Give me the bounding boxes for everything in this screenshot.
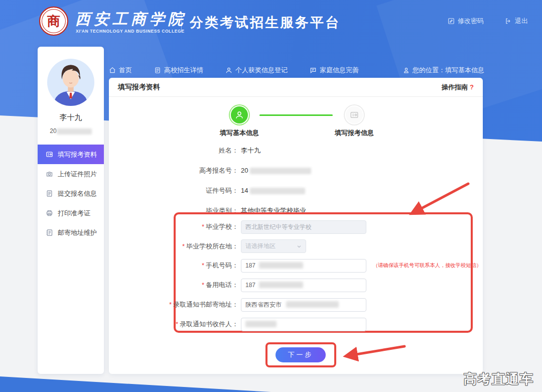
field-label: 毕业类别： — [206, 206, 238, 216]
nav-item-home[interactable]: 首页 — [109, 66, 132, 75]
nav-item-label: 个人获奖信息登记 — [235, 66, 288, 75]
redacted-value — [250, 188, 305, 194]
sidebar-item-fill-application[interactable]: 填写报考资料 — [38, 145, 104, 164]
person-icon — [225, 67, 232, 74]
user-number-prefix: 20 — [50, 127, 56, 135]
field-name: 姓名： 李十九 — [109, 146, 483, 156]
redacted-value — [286, 301, 339, 308]
nav-item-label: 首页 — [119, 66, 132, 75]
field-value: 14 — [241, 186, 305, 196]
input-wrap — [241, 278, 366, 292]
field-label: 证件号码： — [206, 186, 238, 196]
field-label: *毕业学校： — [202, 220, 238, 233]
input-wrap: 请选择地区 — [241, 239, 306, 253]
id-card-icon — [46, 151, 53, 158]
step-label-basic-info: 填写基本信息 — [220, 128, 259, 138]
avatar-illustration — [47, 59, 94, 106]
field-label: *备用电话： — [202, 278, 238, 292]
input-wrap — [241, 317, 366, 331]
field-graduation-type: 毕业类别： 其他中等专业学校毕业 — [109, 206, 483, 216]
row-backup-phone: *备用电话： — [109, 278, 483, 292]
required-mark: * — [202, 262, 204, 269]
sidebar-item-label: 邮寄地址维护 — [58, 228, 97, 237]
next-step-button[interactable]: 下一步 — [276, 347, 326, 362]
sidebar-item-label: 上传证件照片 — [58, 170, 97, 179]
sidebar: 李十九 20 填写报考资料 上传证件照片 提交报名信息 打印准考证 — [38, 47, 104, 374]
row-school-region: *毕业学校所在地： 请选择地区 — [109, 239, 483, 253]
college-logo: 商 — [39, 7, 68, 36]
input-wrap — [241, 298, 366, 312]
required-mark: * — [202, 223, 204, 230]
logout-button[interactable]: 退出 — [505, 17, 528, 26]
platform-title: 分类考试招生服务平台 — [190, 14, 340, 32]
row-mail-address: *录取通知书邮寄地址： — [109, 298, 483, 311]
college-name-zh: 西安工商学院 — [75, 9, 187, 30]
panel-header: 填写报考资料 操作指南 ? — [109, 78, 483, 97]
nav-item-admission-detail[interactable]: 高校招生详情 — [154, 66, 203, 75]
avatar — [47, 59, 94, 106]
logout-label: 退出 — [515, 17, 528, 26]
edit-icon — [448, 18, 455, 25]
header-divider — [181, 12, 182, 32]
header: 商 西安工商学院 XI'AN TECHNOLOGY AND BUSINESS C… — [0, 0, 542, 43]
sidebar-item-upload-photo[interactable]: 上传证件照片 — [38, 164, 104, 184]
nav-item-awards[interactable]: 个人获奖信息登记 — [225, 66, 288, 75]
row-phone: *手机号码： （请确保该手机号可联系本人，接收学校短信） — [109, 258, 483, 272]
field-value: 20 — [241, 166, 311, 176]
watermark: 高考直通车 — [464, 370, 534, 388]
address-book-icon — [46, 229, 53, 236]
region-select-placeholder: 请选择地区 — [245, 239, 276, 253]
input-wrap — [241, 258, 366, 273]
page: 商 西安工商学院 XI'AN TECHNOLOGY AND BUSINESS C… — [0, 0, 542, 392]
region-select[interactable]: 请选择地区 — [241, 239, 306, 253]
sidebar-item-print-ticket[interactable]: 打印准考证 — [38, 203, 104, 223]
question-mark-icon: ? — [470, 83, 474, 91]
operation-guide-link[interactable]: 操作指南 ? — [442, 83, 474, 92]
home-icon — [109, 67, 116, 74]
nav-item-family-info[interactable]: 家庭信息完善 — [310, 66, 359, 75]
sidebar-item-submit-info[interactable]: 提交报名信息 — [38, 184, 104, 203]
field-value: 其他中等专业学校毕业 — [241, 206, 306, 216]
sidebar-item-label: 填写报考资料 — [58, 150, 97, 159]
college-name-en: XI'AN TECHNOLOGY AND BUSINESS COLLEGE — [76, 29, 184, 34]
row-recipient: *录取通知书收件人： — [109, 317, 483, 331]
field-label: *录取通知书收件人： — [176, 317, 238, 331]
file-text-icon — [46, 190, 53, 197]
redacted-value — [57, 128, 92, 135]
graduation-school-input[interactable] — [241, 220, 366, 234]
panel-title: 填写报考资料 — [118, 83, 160, 92]
user-name: 李十九 — [38, 113, 104, 122]
id-card-icon — [350, 110, 359, 119]
chevron-down-icon — [297, 244, 302, 249]
field-id-number: 证件号码： 14 — [109, 186, 483, 196]
field-value: 李十九 — [241, 146, 260, 156]
step-label-apply-info: 填写报考信息 — [335, 128, 374, 138]
redacted-value — [259, 282, 303, 288]
sidebar-item-label: 提交报名信息 — [58, 189, 97, 198]
sidebar-item-label: 打印准考证 — [58, 209, 90, 218]
required-mark: * — [202, 281, 204, 289]
input-wrap — [241, 220, 366, 234]
top-nav: 首页 高校招生详情 个人获奖信息登记 家庭信息完善 您的位置：填写基本信息 — [109, 64, 484, 77]
document-icon — [154, 67, 161, 74]
change-password-button[interactable]: 修改密码 — [448, 17, 484, 26]
sidebar-item-mail-address[interactable]: 邮寄地址维护 — [38, 223, 104, 242]
step-basic-info-icon — [231, 106, 248, 123]
row-graduation-school: *毕业学校： — [109, 220, 483, 233]
camera-icon — [46, 170, 53, 178]
sidebar-menu: 填写报考资料 上传证件照片 提交报名信息 打印准考证 邮寄地址维护 — [38, 145, 104, 242]
location-person-icon — [403, 67, 410, 74]
user-number: 20 — [38, 127, 104, 135]
required-mark: * — [182, 242, 185, 250]
field-exam-number: 高考报名号： 20 — [109, 166, 483, 176]
logout-icon — [505, 18, 512, 25]
field-label: *录取通知书邮寄地址： — [169, 298, 238, 311]
college-logo-glyph: 商 — [47, 13, 60, 30]
required-mark: * — [176, 320, 178, 328]
field-label: 高考报名号： — [199, 166, 238, 176]
phone-note: （请确保该手机号可联系本人，接收学校短信） — [373, 258, 481, 272]
step-connector — [259, 114, 333, 116]
operation-guide-label: 操作指南 — [442, 83, 468, 92]
field-label: *毕业学校所在地： — [182, 239, 238, 253]
chat-icon — [310, 67, 317, 74]
